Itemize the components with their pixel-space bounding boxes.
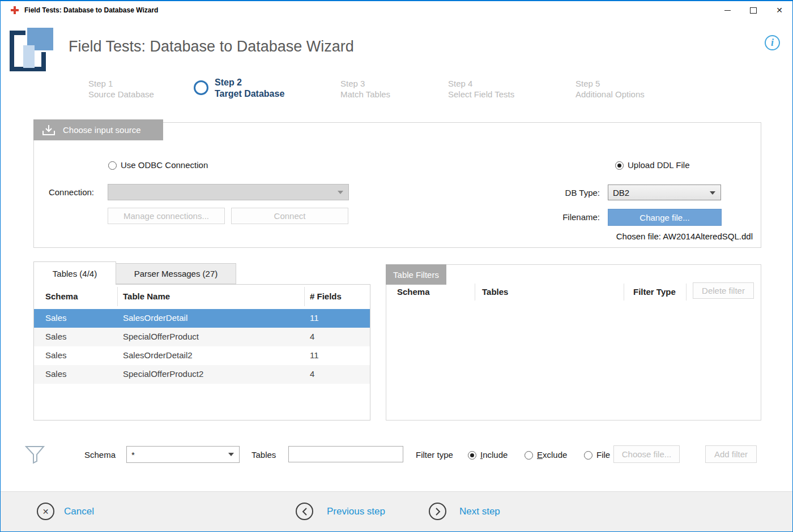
column-header-table-name: Table Name — [123, 291, 170, 301]
exclude-radio[interactable] — [525, 451, 533, 460]
chosen-file-text: Chosen file: AW2014AlteredSQL.ddl — [616, 231, 753, 241]
download-icon — [41, 124, 56, 136]
step-label: Target Database — [215, 88, 284, 100]
column-header-fields: # Fields — [310, 291, 342, 301]
table-row[interactable]: Sales SpecialOfferProduct2 4 — [34, 365, 370, 384]
cell-fields: 4 — [310, 332, 314, 341]
filename-label: Filename: — [543, 212, 600, 222]
manage-connections-button[interactable]: Manage connections... — [108, 208, 225, 224]
connect-button[interactable]: Connect — [231, 208, 348, 224]
cell-fields: 4 — [310, 369, 314, 379]
column-divider — [475, 284, 475, 301]
minimize-icon — [724, 10, 731, 11]
cancel-button[interactable]: Cancel — [64, 506, 94, 517]
maximize-icon — [750, 7, 757, 14]
step-label: Additional Options — [575, 89, 645, 100]
change-file-button[interactable]: Change file... — [608, 209, 722, 226]
column-divider — [624, 284, 624, 301]
step-3-match-tables: Step 3 Match Tables — [340, 78, 390, 100]
column-header-schema: Schema — [45, 291, 78, 301]
close-button[interactable]: ✕ — [766, 1, 792, 19]
cancel-icon[interactable]: ✕ — [37, 503, 54, 520]
odbc-connection-radio-label[interactable]: Use ODBC Connection — [121, 160, 208, 170]
include-radio-label[interactable]: Include — [480, 450, 508, 460]
previous-step-button[interactable]: Previous step — [327, 506, 385, 517]
tables-grid: Schema Table Name # Fields Sales SalesOr… — [33, 284, 370, 421]
delete-filter-button[interactable]: Delete filter — [693, 282, 754, 299]
exclude-rest: xclude — [543, 450, 567, 460]
step-number: Step 3 — [340, 78, 390, 89]
step-label: Match Tables — [340, 89, 390, 100]
odbc-connection-radio[interactable] — [108, 161, 117, 170]
add-filter-button[interactable]: Add filter — [705, 445, 757, 463]
table-row[interactable]: Sales SalesOrderDetail2 11 — [34, 346, 370, 365]
table-filters-panel-label: Table Filters — [386, 264, 446, 285]
schema-filter-dropdown[interactable]: * — [126, 446, 240, 463]
next-step-icon[interactable] — [429, 503, 446, 520]
cell-table-name: SalesOrderDetail2 — [123, 350, 193, 360]
previous-step-icon[interactable] — [296, 503, 313, 520]
db-type-value: DB2 — [613, 188, 629, 198]
tab-parser-messages[interactable]: Parser Messages (27) — [116, 263, 236, 284]
connection-dropdown[interactable] — [108, 184, 349, 200]
cell-schema: Sales — [45, 350, 67, 360]
exclude-mnemonic: E — [537, 450, 543, 460]
medical-cross-icon — [11, 6, 19, 14]
active-step-circle-icon — [194, 80, 208, 95]
include-radio[interactable] — [468, 451, 476, 460]
maximize-button[interactable] — [740, 1, 766, 19]
close-icon: ✕ — [776, 6, 783, 14]
table-row-selected[interactable]: Sales SalesOrderDetail 11 — [34, 309, 370, 328]
step-2-target-database: Step 2 Target Database — [215, 77, 284, 100]
cell-schema: Sales — [45, 332, 67, 341]
info-icon[interactable]: i — [765, 35, 780, 50]
file-radio-label[interactable]: File — [596, 450, 610, 460]
footer-bar — [1, 491, 792, 532]
filter-type-label: Filter type — [416, 450, 453, 460]
chevron-down-icon — [710, 191, 715, 195]
tables-filter-label: Tables — [251, 450, 276, 460]
cell-table-name: SpecialOfferProduct — [123, 332, 199, 341]
connection-label: Connection: — [35, 187, 94, 197]
chevron-down-icon — [228, 453, 234, 456]
filter-column-schema: Schema — [397, 287, 430, 297]
tables-filter-input[interactable] — [288, 446, 403, 462]
next-step-button[interactable]: Next step — [459, 506, 500, 517]
page-title: Field Tests: Database to Database Wizard — [69, 38, 354, 55]
db-type-label: DB Type: — [543, 188, 600, 198]
step-number: Step 1 — [88, 78, 154, 89]
step-1-source-database: Step 1 Source Database — [88, 78, 154, 100]
cell-table-name: SalesOrderDetail — [123, 313, 187, 323]
cell-schema: Sales — [45, 313, 67, 323]
cell-schema: Sales — [45, 369, 67, 379]
chevron-down-icon — [338, 191, 343, 194]
cell-fields: 11 — [310, 350, 319, 360]
filter-column-tables: Tables — [482, 287, 508, 297]
step-number: Step 4 — [448, 78, 514, 89]
app-window: Field Tests: Database to Database Wizard… — [0, 0, 793, 532]
table-row[interactable]: Sales SpecialOfferProduct 4 — [34, 328, 370, 346]
input-source-panel-header: Choose input source — [33, 119, 163, 140]
minimize-button[interactable] — [714, 1, 740, 19]
step-number: Step 2 — [215, 77, 284, 88]
cell-table-name: SpecialOfferProduct2 — [123, 369, 203, 379]
file-radio[interactable] — [584, 451, 592, 460]
title-bar: Field Tests: Database to Database Wizard… — [1, 1, 792, 19]
upload-ddl-radio-label[interactable]: Upload DDL File — [628, 160, 690, 170]
column-divider — [686, 284, 687, 301]
app-logo-icon — [10, 26, 56, 72]
schema-filter-value: * — [131, 450, 135, 460]
filter-column-type: Filter Type — [633, 287, 676, 297]
step-label: Select Field Tests — [448, 89, 514, 100]
db-type-dropdown[interactable]: DB2 — [608, 185, 721, 200]
exclude-radio-label[interactable]: Exclude — [537, 450, 567, 460]
step-4-select-field-tests: Step 4 Select Field Tests — [448, 78, 514, 100]
include-rest: nclude — [483, 450, 508, 460]
tab-tables[interactable]: Tables (4/4) — [33, 261, 116, 285]
choose-file-button[interactable]: Choose file... — [613, 445, 680, 463]
upload-ddl-radio[interactable] — [615, 161, 624, 170]
step-5-additional-options: Step 5 Additional Options — [575, 78, 645, 100]
step-number: Step 5 — [575, 78, 645, 89]
schema-filter-label: Schema — [84, 450, 116, 460]
filter-funnel-icon — [24, 444, 46, 465]
